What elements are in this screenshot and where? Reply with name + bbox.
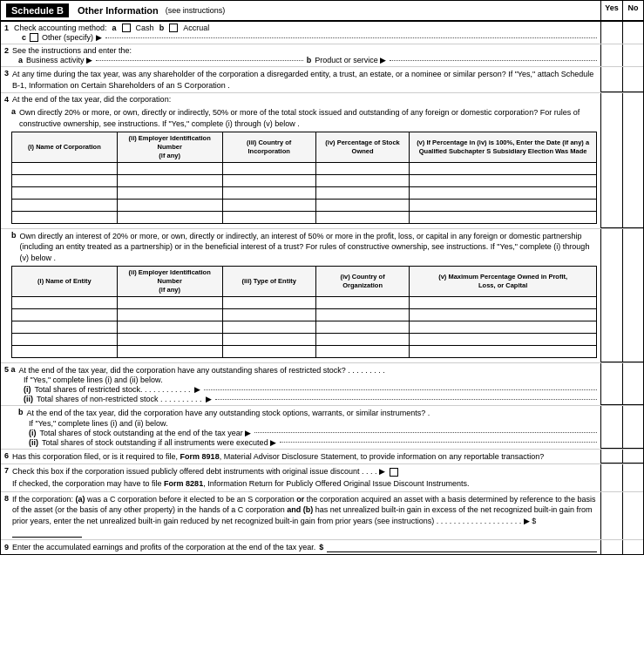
line-8-no <box>622 492 643 539</box>
line-5b-i-label: Total shares of stock outstanding at the… <box>40 429 252 437</box>
line-7-no <box>622 464 643 490</box>
line-4-row: 4 At the end of the tax year, did the co… <box>1 93 643 105</box>
option-c-letter: c <box>22 33 26 42</box>
schedule-label: Schedule B <box>6 3 69 17</box>
yes-no-header: Yes No <box>600 1 643 20</box>
table-row <box>12 162 597 174</box>
line-5b-i-field <box>254 432 597 433</box>
line-9-row: 9 Enter the accumulated earnings and pro… <box>1 540 643 554</box>
line-2-yn <box>600 44 643 66</box>
line-4-num: 4 <box>4 95 9 104</box>
line-4b-row: b Own directly an interest of 20% or mor… <box>1 229 643 363</box>
line-7-yn <box>600 464 643 490</box>
table-row <box>12 186 597 199</box>
line-5a-text: At the end of the tax year, did the corp… <box>19 365 385 376</box>
line-5b-content: b At the end of the tax year, did the co… <box>1 406 600 449</box>
line-2-yes <box>601 44 622 66</box>
line-8-content: 8 If the corporation: (a) was a C corpor… <box>1 492 600 539</box>
line-9-text: Enter the accumulated earnings and profi… <box>12 543 315 551</box>
line-7-num: 7 <box>4 466 9 475</box>
option-a-letter: a <box>112 24 117 32</box>
line-3-content: 3 At any time during the tax year, was a… <box>1 67 600 92</box>
line-5b-ii: (ii) <box>29 438 38 447</box>
other-checkbox[interactable] <box>30 33 38 42</box>
line-4-yes <box>601 93 622 105</box>
arrow-5a-i: ▶ <box>194 385 200 394</box>
line-5a-ii-label: Total shares of non-restricted stock . .… <box>37 395 202 403</box>
line-3-yn <box>600 67 643 92</box>
line-5a-i: (i) <box>24 385 31 394</box>
line-6-text: Has this corporation filed, or is it req… <box>12 451 544 463</box>
line-3-no-cell <box>622 67 643 92</box>
line-1-content: 1 Check accounting method: a Cash b Accr… <box>1 22 600 44</box>
line-5b-ii-label: Total shares of stock outstanding if all… <box>42 438 276 447</box>
business-activity-line <box>96 60 303 61</box>
col-corp-date: (v) If Percentage in (iv) is 100%, Enter… <box>410 132 597 162</box>
line-3-yes-cell <box>601 67 622 92</box>
cash-label: Cash <box>136 24 154 32</box>
line-5b-text: At the end of the tax year, did the corp… <box>27 408 430 419</box>
table-row <box>12 321 597 333</box>
line-2b-label: Product or service ▶ <box>315 56 386 64</box>
line-5a-i-field <box>204 389 597 390</box>
line-5a-ii: (ii) <box>24 395 33 403</box>
line-9-dollar: $ <box>319 543 323 551</box>
table-4b: (i) Name of Entity (ii) Employer Identif… <box>11 266 597 357</box>
line-6-content: 6 Has this corporation filed, or is it r… <box>1 450 600 464</box>
col-corp-pct: (iv) Percentage of StockOwned <box>315 132 409 162</box>
line-1-label: Check accounting method: <box>14 24 107 32</box>
line-4a-yn <box>600 105 643 227</box>
col-corp-name: (i) Name of Corporation <box>12 132 118 162</box>
arrow-5a-ii: ▶ <box>206 395 212 403</box>
col-corp-country: (iii) Country ofIncorporation <box>222 132 315 162</box>
line-5a-i-label: Total shares of restricted stock. . . . … <box>35 385 191 394</box>
col-entity-ein: (ii) Employer Identification Number(if a… <box>117 267 222 296</box>
table-row <box>12 211 597 223</box>
line-4-yn <box>600 93 643 105</box>
line-7-sub: If checked, the corporation may have to … <box>12 478 597 490</box>
line-7-text: Check this box if the corporation issued… <box>12 467 385 476</box>
yes-header: Yes <box>601 1 622 20</box>
line-6-row: 6 Has this corporation filed, or is it r… <box>1 450 643 465</box>
line-2-content: 2 See the instructions and enter the: a … <box>1 44 600 66</box>
line-5a-no-cell <box>622 363 643 406</box>
header-main: Schedule B Other Information (see instru… <box>1 1 600 20</box>
col-entity-country: (iv) Country ofOrganization <box>315 267 409 296</box>
line-3-text: At any time during the tax year, was any… <box>12 69 597 91</box>
cash-checkbox[interactable] <box>122 24 131 32</box>
accrual-checkbox[interactable] <box>169 24 178 32</box>
line-1-num: 1 <box>4 24 9 32</box>
col-entity-pct: (v) Maximum Percentage Owned in Profit,L… <box>410 267 597 296</box>
accrual-label: Accrual <box>183 24 209 32</box>
line-5a-num: 5 a <box>4 365 16 374</box>
line-5b-yes-cell <box>601 406 622 449</box>
line-4b-content: b Own directly an interest of 20% or mor… <box>1 229 600 362</box>
line-5b-row: b At the end of the tax year, did the co… <box>1 406 643 450</box>
table-row <box>12 174 597 186</box>
line-8-row: 8 If the corporation: (a) was a C corpor… <box>1 492 643 540</box>
table-row <box>12 345 597 357</box>
line-2-num: 2 <box>4 46 9 55</box>
line-5b-if-yes: If "Yes," complete lines (i) and (ii) be… <box>29 419 597 428</box>
line-2a-letter: a <box>18 56 23 64</box>
line-4b-yn <box>600 229 643 362</box>
line-2a-label: Business activity ▶ <box>26 56 92 64</box>
line-9-yes <box>601 540 622 554</box>
table-row <box>12 296 597 308</box>
line-5b-i: (i) <box>29 429 37 437</box>
line-7-checkbox[interactable] <box>390 468 398 477</box>
header-title: Other Information <box>78 5 159 16</box>
line-7-content: 7 Check this box if the corporation issu… <box>1 464 600 490</box>
line-9-no <box>622 540 643 554</box>
line-6-num: 6 <box>4 451 9 460</box>
product-service-line <box>390 60 597 61</box>
line-5b-ii-field <box>280 442 597 443</box>
line-8-text: If the corporation: (a) was a C corporat… <box>12 495 595 525</box>
line-1-yes <box>601 22 622 44</box>
line-4a-text: Own directly 20% or more, or own, direct… <box>19 107 597 129</box>
line-1-yn <box>600 22 643 44</box>
line-1-row: 1 Check accounting method: a Cash b Accr… <box>1 22 643 44</box>
line-2-no <box>622 44 643 66</box>
line-8-yes <box>601 492 622 539</box>
line-3-num: 3 <box>4 69 9 78</box>
